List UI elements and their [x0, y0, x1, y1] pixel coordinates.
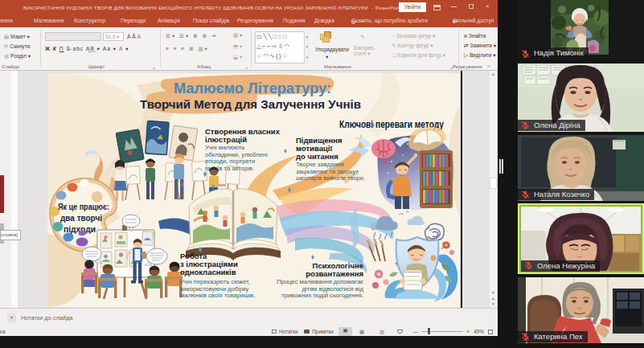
svg-text:розвантаження: розвантаження	[306, 269, 363, 278]
svg-text:ілюстрацій: ілюстрацій	[205, 135, 247, 144]
svg-text:Малюємо Літературу:: Малюємо Літературу:	[174, 80, 331, 96]
svg-text:малюнків своїх товаришів.: малюнків своїх товаришів.	[180, 292, 255, 299]
svg-text:до читання: до читання	[296, 152, 338, 161]
svg-text:Творчий Метод для Залучення Уч: Творчий Метод для Залучення Учнів	[140, 97, 361, 111]
svg-text:тривожних подій сьогодення.: тривожних подій сьогодення.	[281, 292, 363, 299]
svg-text:школярів вивчати твори.: школярів вивчати твори.	[296, 174, 365, 182]
svg-text:два творчі: два творчі	[60, 213, 102, 223]
svg-text:однокласників: однокласників	[180, 268, 236, 276]
svg-text:героїв та авторів.: героїв та авторів.	[205, 165, 254, 172]
svg-text:Як це працює:: Як це працює:	[58, 202, 109, 211]
